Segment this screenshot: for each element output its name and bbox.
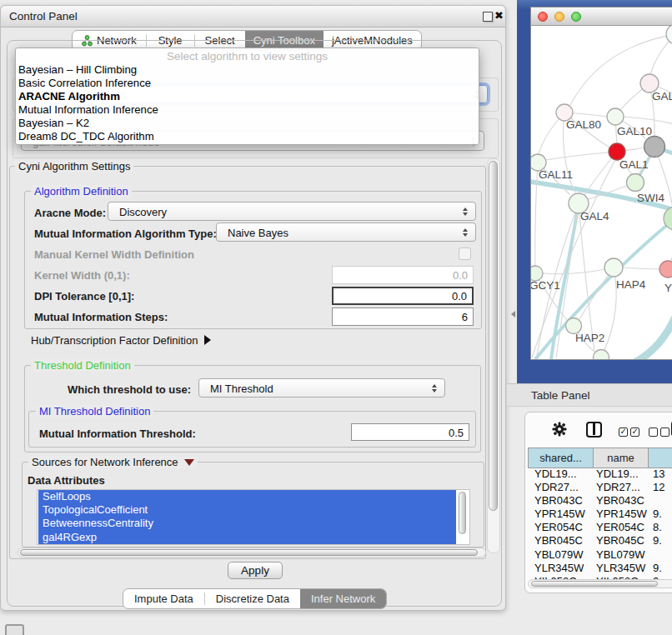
apply-button[interactable]: Apply (228, 562, 283, 579)
select-all-icon[interactable] (619, 425, 642, 440)
bottom-tabs: Impute Data Discretize Data Infer Networ… (123, 588, 387, 609)
node-hap4[interactable] (604, 258, 623, 277)
close-icon[interactable]: ✖ (494, 9, 504, 22)
gear-icon[interactable] (552, 422, 567, 437)
mi-steps-input[interactable]: 6 (332, 308, 474, 326)
control-panel-window: Control Panel ✖ Inference Algorithm ARAC… (0, 5, 506, 611)
table-cell: YPR145W (593, 508, 648, 521)
table-row[interactable]: YDL19...YDL19...13 (528, 468, 672, 481)
algorithm-definition-label: Algorithm Definition (31, 185, 132, 198)
popup-header: Select algorithm to view settings (16, 48, 479, 63)
control-panel-titlebar[interactable]: Control Panel ✖ (1, 6, 505, 28)
node-top[interactable] (666, 26, 672, 44)
algorithm-option[interactable]: Dream8 DC_TDC Algorithm (16, 130, 479, 143)
list-scrollbar-thumb[interactable] (459, 492, 466, 534)
mi-threshold-label: Mutual Information Threshold: (39, 428, 196, 440)
expand-right-icon (204, 335, 211, 345)
network-window-titlebar[interactable] (531, 8, 672, 26)
algorithm-option[interactable]: Bayesian – K2 (16, 117, 479, 130)
algorithm-option[interactable]: Basic Correlation Inference (16, 77, 479, 90)
node-label: GAL7 (652, 90, 672, 102)
attribute-item[interactable]: BetweennessCentrality (38, 517, 456, 530)
node-label: HAP4 (616, 278, 646, 291)
algorithm-option[interactable]: Bayesian – Hill Climbing (16, 63, 479, 77)
panel-toggle-icon[interactable] (5, 624, 24, 635)
settings-horizontal-scrollbar[interactable] (18, 548, 486, 558)
attribute-item[interactable]: TopologicalCoefficient (38, 503, 456, 517)
algorithm-popup: Select algorithm to view settings Bayesi… (15, 48, 479, 145)
node-label: GAL10 (617, 125, 652, 138)
table-panel-title: Table Panel (531, 389, 590, 402)
deselect-all-icon[interactable] (649, 425, 672, 440)
table-cell (648, 548, 672, 562)
table-cell: YBL079W (528, 548, 593, 562)
table-row[interactable]: YDR27...YDR27...12 (528, 481, 672, 494)
cyni-algorithm-settings-label: Cyni Algorithm Settings (15, 160, 133, 172)
which-threshold-combo[interactable]: MI Threshold (198, 378, 445, 398)
table-cell: YDR27... (593, 481, 648, 494)
attribute-item[interactable]: gal4RGexp (38, 531, 456, 544)
table-row[interactable]: YER054CYER054C8. (528, 521, 672, 534)
aracne-mode-combo[interactable]: Discovery (108, 202, 476, 221)
hub-definition-toggle[interactable]: Hub/Transcription Factor Definition (31, 334, 211, 347)
columns-icon[interactable] (586, 422, 602, 438)
scrollbar-thumb[interactable] (531, 581, 658, 587)
table-row[interactable]: YBL079WYBL079W (528, 548, 672, 562)
table-cell: 9. (648, 534, 672, 548)
node-label: HAP2 (575, 332, 604, 344)
network-canvas[interactable]: GAL7GAL80GAL10GAL1GAL11SWI4GAL4HAP4GCY1H… (531, 26, 672, 359)
table-row[interactable]: YPR145WYPR145W9. (528, 508, 672, 521)
table-cell: YBR043C (593, 494, 648, 508)
network-edge (631, 311, 672, 359)
table-row[interactable]: YLR345WYLR345W9. (528, 562, 672, 575)
table-horizontal-scrollbar[interactable] (528, 579, 672, 588)
table-rows: YDL19...YDL19...13YDR27...YDR27...12YBR0… (528, 468, 672, 584)
tab-impute-data[interactable]: Impute Data (123, 589, 204, 608)
column-header-shared-name[interactable]: shared... (528, 448, 593, 468)
mac-zoom-icon[interactable] (571, 12, 581, 22)
node-salmon[interactable] (659, 261, 672, 278)
table-row[interactable]: YBR045CYBR045C9. (528, 534, 672, 548)
scrollbar-thumb[interactable] (489, 161, 498, 511)
table-cell: YLR345W (528, 562, 593, 575)
mi-threshold-input[interactable]: 0.5 (351, 423, 469, 441)
manual-kernel-checkbox[interactable] (459, 248, 471, 260)
data-attributes-list[interactable]: SelfLoopsTopologicalCoefficientBetweenne… (37, 489, 470, 545)
dpi-tolerance-label: DPI Tolerance [0,1]: (34, 290, 134, 302)
table-panel-header: Table Panel (507, 383, 672, 407)
attribute-item[interactable]: SelfLoops (38, 490, 456, 503)
table-cell: YDR27... (528, 481, 593, 494)
table-panel-card: shared... name YDL19...YDL19...13YDR27..… (524, 412, 672, 593)
tab-discretize-data[interactable]: Discretize Data (205, 589, 300, 608)
sources-label[interactable]: Sources for Network Inference (28, 456, 198, 468)
split-pane-collapse-icon[interactable] (511, 311, 515, 318)
tab-infer-network[interactable]: Infer Network (300, 589, 386, 608)
which-threshold-label: Which threshold to use: (68, 383, 191, 396)
mac-close-icon[interactable] (538, 12, 548, 22)
network-edge (546, 152, 617, 160)
table-cell: 12 (648, 481, 672, 494)
table-row[interactable]: YBR043CYBR043C (528, 494, 672, 508)
collapse-down-icon (184, 459, 194, 466)
mac-minimize-icon[interactable] (554, 12, 564, 22)
node-gal1[interactable] (609, 143, 625, 160)
settings-vertical-scrollbar[interactable] (487, 158, 500, 553)
node-gal10[interactable] (607, 108, 624, 125)
mi-type-combo[interactable]: Naive Bayes (216, 222, 476, 242)
node-bottom[interactable] (594, 350, 609, 360)
kernel-width-label: Kernel Width (0,1): (34, 269, 130, 282)
kernel-width-input[interactable]: 0.0 (332, 266, 474, 284)
node-swi4[interactable] (627, 174, 644, 192)
column-header-third[interactable] (648, 448, 672, 468)
node-hub-gray[interactable] (644, 137, 665, 158)
algorithm-option[interactable]: ARACNE Algorithm (16, 90, 479, 103)
scrollbar-thumb[interactable] (20, 549, 478, 556)
float-window-icon[interactable] (483, 12, 493, 22)
mi-threshold-group-label: MI Threshold Definition (36, 405, 153, 418)
combo-arrows-icon (463, 228, 469, 238)
node-label: Y (664, 282, 672, 294)
algorithm-option[interactable]: Mutual Information Inference (16, 103, 479, 117)
column-header-name[interactable]: name (593, 448, 648, 468)
dpi-tolerance-input[interactable]: 0.0 (332, 287, 474, 305)
aracne-mode-label: Aracne Mode: (34, 207, 106, 219)
